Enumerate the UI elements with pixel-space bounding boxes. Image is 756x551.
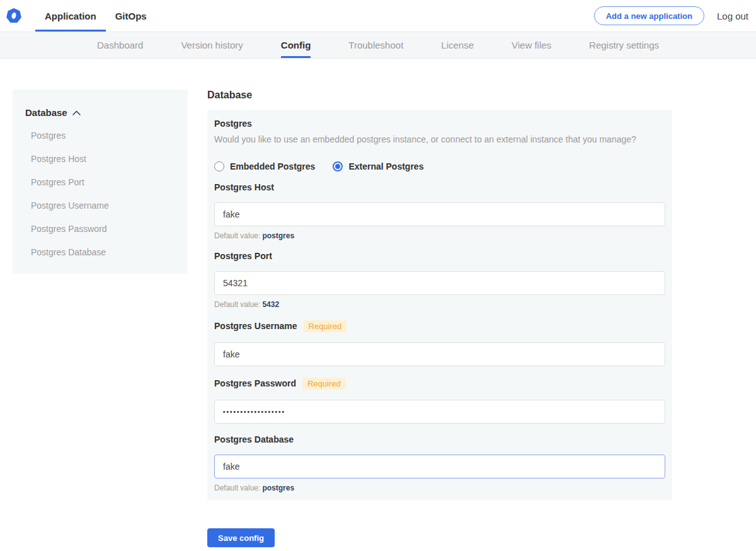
postgres-port-input[interactable]: [214, 271, 665, 295]
config-sidebar: Database Postgres Postgres Host Postgres…: [13, 90, 188, 274]
field-label: Postgres Host: [214, 183, 274, 192]
radio-embedded-label: Embedded Postgres: [230, 161, 315, 171]
default-value-hint: Default value:postgres: [214, 484, 665, 492]
default-value-hint: Default value:5432: [214, 301, 665, 309]
field-label: Postgres Port: [214, 252, 272, 261]
add-application-button[interactable]: Add a new application: [594, 6, 704, 25]
subnav-dashboard[interactable]: Dashboard: [97, 32, 143, 58]
field-postgres-database: Postgres Database Default value:postgres: [214, 435, 665, 492]
radio-checked-icon[interactable]: [333, 161, 343, 171]
subnav-troubleshoot[interactable]: Troubleshoot: [348, 32, 403, 58]
tab-application[interactable]: Application: [35, 0, 106, 32]
hint-label: Default value:: [214, 484, 260, 492]
group-title: Postgres: [214, 119, 665, 129]
kots-logo-icon: [6, 8, 21, 23]
save-config-button[interactable]: Save config: [207, 528, 275, 547]
subnav-config[interactable]: Config: [281, 32, 311, 58]
page-title: Database: [207, 90, 672, 101]
hint-value: postgres: [262, 231, 294, 240]
postgres-type-radio-group: Embedded Postgres External Postgres: [214, 161, 665, 171]
radio-external-label: External Postgres: [348, 161, 423, 171]
radio-external-postgres[interactable]: External Postgres: [333, 161, 423, 171]
sidebar-item-postgres-database[interactable]: Postgres Database: [31, 247, 175, 257]
default-value-hint: Default value:postgres: [214, 232, 665, 240]
field-postgres-username: Postgres Username Required: [214, 320, 665, 366]
hint-value: postgres: [262, 484, 294, 492]
hint-value: 5432: [262, 300, 279, 309]
postgres-password-input[interactable]: [214, 400, 665, 424]
radio-embedded-postgres[interactable]: Embedded Postgres: [214, 161, 315, 171]
config-page: Database Postgres Postgres Host Postgres…: [0, 90, 756, 547]
primary-tabs: Application GitOps: [35, 0, 156, 32]
subnav-view-files[interactable]: View files: [512, 32, 551, 58]
radio-unchecked-icon[interactable]: [214, 161, 224, 171]
postgres-username-input[interactable]: [214, 342, 665, 366]
sidebar-item-postgres-password[interactable]: Postgres Password: [31, 224, 175, 234]
sidebar-group-label: Database: [25, 107, 67, 118]
required-badge: Required: [302, 378, 346, 390]
subnav-registry-settings[interactable]: Registry settings: [589, 32, 659, 58]
field-postgres-host: Postgres Host Default value:postgres: [214, 183, 665, 240]
required-badge: Required: [304, 320, 347, 332]
postgres-database-input[interactable]: [214, 455, 665, 478]
field-label: Postgres Database: [214, 435, 294, 444]
field-label: Postgres Password: [214, 379, 296, 388]
subnav-version-history[interactable]: Version history: [181, 32, 243, 58]
postgres-host-input[interactable]: [214, 202, 665, 226]
header-actions: Add a new application Log out: [594, 0, 756, 32]
tab-gitops[interactable]: GitOps: [106, 0, 156, 32]
group-help-text: Would you like to use an embedded postgr…: [214, 135, 665, 144]
sidebar-item-postgres-host[interactable]: Postgres Host: [31, 154, 175, 164]
field-postgres-port: Postgres Port Default value:5432: [214, 252, 665, 309]
sidebar-item-list: Postgres Postgres Host Postgres Port Pos…: [25, 130, 175, 257]
database-config-group: Postgres Would you like to use an embedd…: [207, 110, 672, 500]
chevron-up-icon: [72, 110, 81, 115]
app-subnav: Dashboard Version history Config Trouble…: [0, 32, 756, 59]
top-header: Application GitOps Add a new application…: [0, 0, 756, 32]
hint-label: Default value:: [214, 231, 260, 240]
sidebar-item-postgres-username[interactable]: Postgres Username: [31, 200, 175, 211]
subnav-license[interactable]: License: [441, 32, 474, 58]
logout-link[interactable]: Log out: [717, 11, 748, 21]
sidebar-group-database[interactable]: Database: [25, 107, 175, 118]
app-logo: [6, 0, 33, 32]
field-postgres-password: Postgres Password Required: [214, 378, 665, 424]
sidebar-item-postgres[interactable]: Postgres: [31, 130, 175, 141]
field-label: Postgres Username: [214, 322, 297, 331]
config-main: Database Postgres Would you like to use …: [207, 90, 672, 547]
hint-label: Default value:: [214, 300, 260, 309]
sidebar-item-postgres-port[interactable]: Postgres Port: [31, 177, 175, 187]
